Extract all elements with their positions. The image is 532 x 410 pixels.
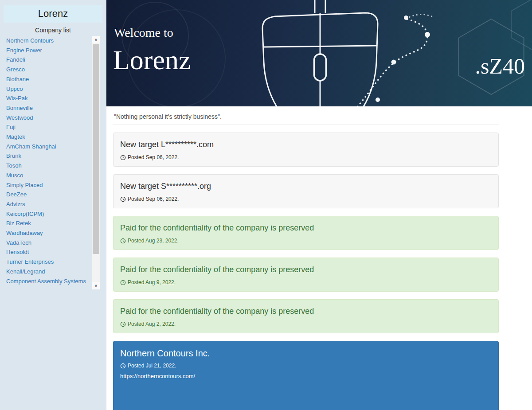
post-url-link[interactable]: https://northerncontours.com/ bbox=[120, 373, 195, 379]
scrollbar-track[interactable] bbox=[92, 43, 100, 282]
company-list-scrollbar[interactable]: ∧ ∨ bbox=[92, 36, 100, 289]
post-date: Posted Jul 21, 2022. bbox=[120, 363, 492, 369]
post-date-text: Posted Aug 9, 2022. bbox=[128, 279, 176, 285]
post-list: New target L**********.com Posted Sep 06… bbox=[113, 133, 499, 410]
company-list-item[interactable]: Turner Enterprises bbox=[4, 257, 91, 267]
company-list-item[interactable]: Wardhadaway bbox=[4, 228, 91, 238]
company-list-item[interactable]: Simply Placed bbox=[4, 180, 91, 190]
post-card[interactable]: Paid for the confidentiality of the comp… bbox=[113, 299, 499, 333]
clock-icon bbox=[120, 321, 126, 327]
post-card[interactable]: New target S**********.org Posted Sep 06… bbox=[113, 174, 499, 208]
motto-quote: "Nothing personal it's strictly business… bbox=[114, 113, 498, 120]
company-list-item[interactable]: Advizrs bbox=[4, 199, 91, 209]
scrollbar-thumb[interactable] bbox=[93, 44, 99, 254]
clock-icon bbox=[120, 280, 126, 285]
company-list-item[interactable]: Fuji bbox=[4, 122, 91, 132]
post-date-text: Posted Aug 23, 2022. bbox=[128, 238, 179, 244]
post-title: Paid for the confidentiality of the comp… bbox=[120, 265, 492, 274]
company-list-item[interactable]: Tosoh bbox=[4, 161, 91, 171]
post-date-text: Posted Jul 21, 2022. bbox=[128, 363, 176, 369]
post-title: Northern Contours Inc. bbox=[120, 348, 492, 359]
company-list-item[interactable]: Kenall/Legrand bbox=[4, 267, 91, 277]
company-list-item[interactable]: Component Assembly Systems bbox=[4, 277, 91, 286]
clock-icon bbox=[120, 238, 126, 244]
post-date: Posted Sep 06, 2022. bbox=[120, 154, 492, 160]
post-card[interactable]: Northern Contours Inc. Posted Jul 21, 20… bbox=[113, 341, 499, 410]
company-list-item[interactable]: Westwood bbox=[4, 113, 91, 123]
company-list-item[interactable]: Gresco bbox=[4, 65, 91, 74]
post-title: New target L**********.com bbox=[120, 140, 492, 149]
post-title: New target S**********.org bbox=[120, 182, 492, 191]
company-list-item[interactable]: Fandeli bbox=[4, 55, 91, 65]
post-card[interactable]: New target L**********.com Posted Sep 06… bbox=[113, 133, 499, 167]
sidebar: Lorenz Company list Northern Contours En… bbox=[0, 0, 106, 410]
divider bbox=[113, 125, 499, 125]
clock-icon bbox=[120, 155, 126, 160]
company-list-item[interactable]: Hensoldt bbox=[4, 247, 91, 257]
company-list-item[interactable]: Keicorp(ICPM) bbox=[4, 209, 91, 219]
post-card[interactable]: Paid for the confidentiality of the comp… bbox=[113, 216, 499, 250]
post-date: Posted Aug 9, 2022. bbox=[120, 279, 492, 285]
main-area: Welcome to Lorenz .sZ40 "Nothing persona… bbox=[106, 0, 532, 410]
content-area: "Nothing personal it's strictly business… bbox=[106, 113, 532, 410]
post-title: Paid for the confidentiality of the comp… bbox=[120, 307, 492, 316]
scroll-down-arrow-icon[interactable]: ∨ bbox=[92, 282, 100, 289]
company-list-item[interactable]: Northern Contours bbox=[4, 36, 91, 46]
post-date-text: Posted Sep 06, 2022. bbox=[128, 196, 179, 202]
welcome-text: Welcome to bbox=[114, 26, 173, 40]
post-date: Posted Aug 2, 2022. bbox=[120, 321, 492, 327]
post-card[interactable]: Paid for the confidentiality of the comp… bbox=[113, 258, 499, 292]
company-list-label: Company list bbox=[0, 27, 106, 34]
post-date-text: Posted Sep 06, 2022. bbox=[128, 154, 179, 160]
company-list-item[interactable]: Biothane bbox=[4, 74, 91, 84]
company-list-item[interactable]: Wis-Pak bbox=[4, 94, 91, 103]
company-list-item[interactable]: DeeZee bbox=[4, 190, 91, 199]
group-watermark: .sZ40 bbox=[475, 53, 525, 79]
company-list-item[interactable]: VadaTech bbox=[4, 238, 91, 248]
company-list-item[interactable]: Brunk bbox=[4, 151, 91, 161]
company-list-item[interactable]: Bonneville bbox=[4, 103, 91, 113]
post-date: Posted Aug 23, 2022. bbox=[120, 238, 492, 244]
company-list: Northern Contours Engine Power Fandeli G… bbox=[4, 36, 100, 289]
company-list-item[interactable]: Musco bbox=[4, 171, 91, 180]
app-window: Lorenz Company list Northern Contours En… bbox=[0, 0, 532, 410]
company-list-panel: Northern Contours Engine Power Fandeli G… bbox=[4, 36, 100, 289]
company-list-item[interactable]: Biz Retek bbox=[4, 219, 91, 228]
company-list-item[interactable]: Magtek bbox=[4, 132, 91, 142]
hero-banner: Welcome to Lorenz .sZ40 bbox=[106, 0, 532, 106]
post-date: Posted Sep 06, 2022. bbox=[120, 196, 492, 202]
post-date-text: Posted Aug 2, 2022. bbox=[128, 321, 176, 327]
company-list-item[interactable]: Engine Power bbox=[4, 46, 91, 55]
sidebar-brand-title: Lorenz bbox=[4, 5, 102, 23]
clock-icon bbox=[120, 363, 126, 369]
clock-icon bbox=[120, 196, 126, 202]
brand-heading: Lorenz bbox=[113, 46, 191, 74]
scroll-up-arrow-icon[interactable]: ∧ bbox=[92, 36, 100, 43]
company-list-item[interactable]: Uppco bbox=[4, 84, 91, 94]
post-title: Paid for the confidentiality of the comp… bbox=[120, 223, 492, 233]
company-list-item[interactable]: AmCham Shanghai bbox=[4, 142, 91, 152]
